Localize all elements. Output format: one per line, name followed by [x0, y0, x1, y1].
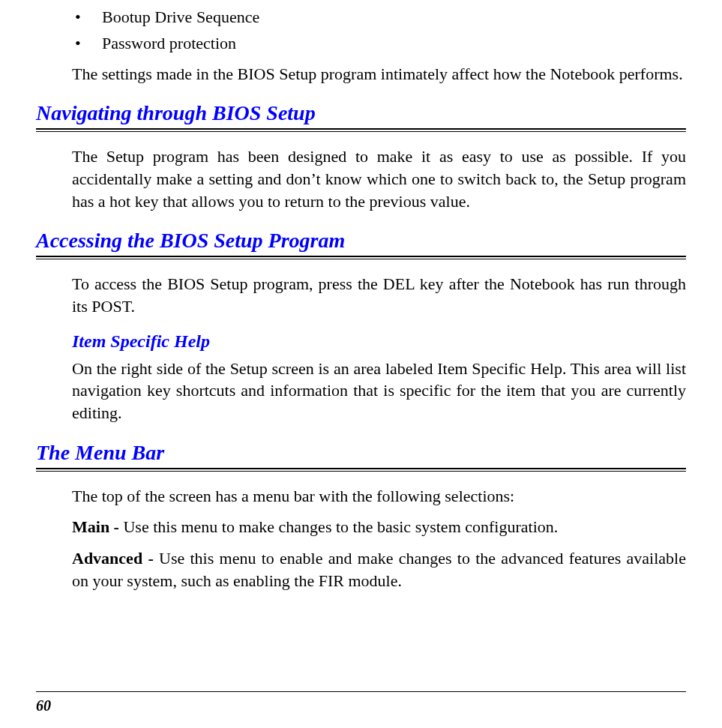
menubar-advanced: Advanced - Use this menu to enable and m… [72, 547, 686, 592]
heading-navigating: Navigating through BIOS Setup [36, 101, 686, 125]
main-text: Use this menu to make changes to the bas… [123, 517, 558, 536]
section-rule [36, 468, 686, 472]
bullet-item: Password protection [72, 32, 686, 55]
heading-menu-bar: The Menu Bar [36, 441, 686, 465]
bullet-item: Bootup Drive Sequence [72, 6, 686, 29]
page-number: 60 [36, 697, 51, 715]
intro-paragraph: The settings made in the BIOS Setup prog… [72, 63, 686, 85]
subheading-item-help: Item Specific Help [72, 331, 686, 352]
section-rule [36, 256, 686, 259]
advanced-label: Advanced - [72, 549, 159, 568]
nav-paragraph: The Setup program has been designed to m… [72, 145, 686, 212]
main-label: Main - [72, 517, 123, 536]
footer-rule [36, 691, 686, 692]
section-rule [36, 128, 686, 132]
advanced-text: Use this menu to enable and make changes… [72, 549, 686, 590]
access-paragraph: To access the BIOS Setup program, press … [72, 273, 686, 317]
menubar-main: Main - Use this menu to make changes to … [72, 516, 686, 538]
menubar-intro: The top of the screen has a menu bar wit… [72, 485, 686, 508]
item-help-paragraph: On the right side of the Setup screen is… [72, 358, 686, 424]
bullet-list: Bootup Drive Sequence Password protectio… [72, 6, 686, 55]
heading-accessing: Accessing the BIOS Setup Program [36, 229, 686, 253]
